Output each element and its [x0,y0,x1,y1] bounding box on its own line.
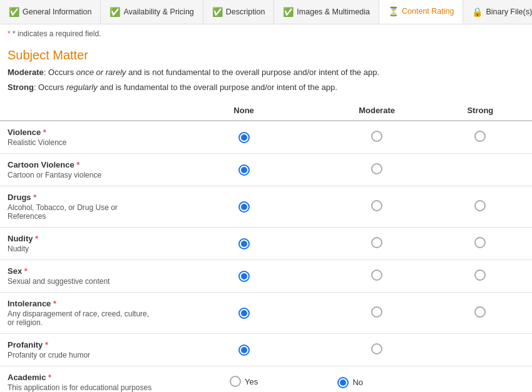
radio-yes-label-academic[interactable]: Yes [230,376,258,387]
row-title-drugs: Drugs * [8,193,155,202]
radio-none-circle-drugs[interactable] [238,201,250,213]
radio-none-label-profanity[interactable] [238,344,250,356]
radio-none-label-sex[interactable] [238,271,250,282]
radio-moderate-circle-nudity[interactable] [371,237,382,248]
radio-none-cartoon-violence[interactable] [163,154,325,186]
radio-strong-label-intolerance[interactable] [474,306,486,318]
tab-content-rating[interactable]: ⏳Content Rating [379,0,463,24]
radio-moderate-cartoon-violence[interactable] [325,154,428,186]
section-desc-moderate: Moderate: Occurs once or rarely and is n… [0,65,532,80]
row-subtitle-sex: Sexual and suggestive content [8,277,155,286]
radio-strong-violence[interactable] [429,121,532,154]
radio-strong-circle-nudity[interactable] [474,237,486,248]
check-icon: ✅ [110,7,120,17]
radio-moderate-circle-cartoon-violence[interactable] [371,163,382,174]
label-cell-intolerance: Intolerance * Any disparagement of race,… [0,293,163,334]
required-star: * [76,160,79,169]
row-subtitle-cartoon-violence: Cartoon or Fantasy violence [8,171,155,179]
check-icon: ✅ [9,7,19,17]
radio-no-label-academic[interactable]: No [337,377,363,388]
radio-none-circle-violence[interactable] [238,132,250,143]
radio-none-circle-nudity[interactable] [238,238,250,249]
radio-moderate-circle-sex[interactable] [371,269,382,281]
radio-none-label-cartoon-violence[interactable] [238,164,250,176]
radio-none-sex[interactable] [163,260,325,293]
radio-none-circle-cartoon-violence[interactable] [238,164,250,176]
radio-moderate-label-cartoon-violence[interactable] [371,163,382,174]
radio-no-circle-academic[interactable] [337,377,349,388]
radio-moderate-sex[interactable] [325,260,428,293]
radio-moderate-drugs[interactable] [325,186,428,228]
radio-none-nudity[interactable] [163,228,325,260]
radio-none-violence[interactable] [163,121,325,154]
row-title-sex: Sex * [8,266,155,276]
radio-moderate-label-nudity[interactable] [371,237,382,248]
radio-moderate-label-intolerance[interactable] [371,306,382,318]
radio-none-label-violence[interactable] [238,132,250,143]
row-subtitle-profanity: Profanity or crude humor [8,351,155,359]
radio-none-label-nudity[interactable] [238,238,250,249]
radio-strong-label-sex[interactable] [474,269,486,281]
radio-strong-label-drugs[interactable] [474,200,486,211]
radio-moderate-label-drugs[interactable] [371,200,382,211]
radio-strong-circle-drugs[interactable] [474,200,486,211]
yes-label-academic: Yes [245,377,258,386]
radio-yes-academic[interactable]: Yes [163,366,325,393]
radio-moderate-label-profanity[interactable] [371,343,382,354]
required-star: * [45,340,48,349]
radio-moderate-circle-intolerance[interactable] [371,306,382,318]
radio-strong-label-nudity[interactable] [474,237,486,248]
row-title-academic: Academic * [8,373,155,382]
no-label-academic: No [352,378,363,387]
tab-binary[interactable]: 🔒Binary File(s) [463,0,532,24]
label-cell-cartoon-violence: Cartoon Violence * Cartoon or Fantasy vi… [0,154,163,186]
radio-strong-circle-violence[interactable] [474,131,486,142]
radio-strong-cartoon-violence [429,154,532,186]
radio-none-intolerance[interactable] [163,293,325,334]
col-moderate-header: Moderate [325,101,428,121]
radio-strong-intolerance[interactable] [429,293,532,334]
label-cell-violence: Violence * Realistic Violence [0,121,163,154]
radio-moderate-violence[interactable] [325,121,428,154]
tab-label: Availability & Pricing [123,8,193,16]
label-cell-academic: Academic * This application is for educa… [0,366,163,393]
radio-none-label-intolerance[interactable] [238,308,250,319]
radio-moderate-label-violence[interactable] [371,131,382,142]
radio-no-academic[interactable]: No [325,366,428,393]
row-subtitle-academic: This application is for educational purp… [8,383,155,392]
tab-general[interactable]: ✅General Information [0,0,101,24]
radio-none-circle-sex[interactable] [238,271,250,282]
radio-none-circle-profanity[interactable] [238,344,250,356]
radio-moderate-intolerance[interactable] [325,293,428,334]
label-cell-sex: Sex * Sexual and suggestive content [0,260,163,293]
radio-none-label-drugs[interactable] [238,201,250,213]
check-icon: ✅ [212,7,223,17]
radio-moderate-profanity[interactable] [325,334,428,366]
radio-none-circle-intolerance[interactable] [238,308,250,319]
row-sex: Sex * Sexual and suggestive content [0,260,532,293]
row-intolerance: Intolerance * Any disparagement of race,… [0,293,532,334]
radio-yes-circle-academic[interactable] [230,376,241,387]
radio-moderate-circle-drugs[interactable] [371,200,382,211]
radio-moderate-nudity[interactable] [325,228,428,260]
row-subtitle-nudity: Nudity [8,244,155,253]
radio-strong-nudity[interactable] [429,228,532,260]
tab-availability[interactable]: ✅Availability & Pricing [101,0,203,24]
radio-strong-circle-sex[interactable] [474,269,486,281]
row-academic: Academic * This application is for educa… [0,366,532,393]
radio-moderate-circle-profanity[interactable] [371,343,382,354]
radio-moderate-label-sex[interactable] [371,269,382,281]
required-star: * [48,373,51,382]
tab-label: Description [226,8,265,16]
radio-moderate-circle-violence[interactable] [371,131,382,142]
radio-strong-drugs[interactable] [429,186,532,228]
radio-strong-circle-intolerance[interactable] [474,306,486,318]
radio-strong-label-violence[interactable] [474,131,486,142]
tab-description[interactable]: ✅Description [203,0,275,24]
table-header-row: None Moderate Strong [0,101,532,121]
tab-images[interactable]: ✅Images & Multimedia [274,0,379,24]
radio-strong-sex[interactable] [429,260,532,293]
radio-none-drugs[interactable] [163,186,325,228]
radio-none-profanity[interactable] [163,334,325,366]
tab-label: Content Rating [402,7,454,16]
